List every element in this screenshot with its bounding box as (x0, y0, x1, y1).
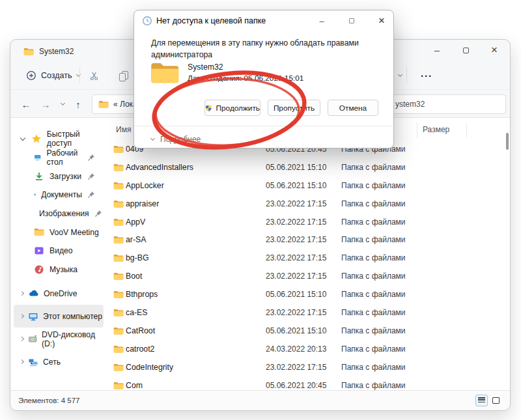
table-row[interactable]: CodeIntegrity23.02.2022 17:15Папка с фай… (107, 358, 505, 376)
up-button[interactable]: ↑ (70, 96, 86, 112)
navigation-pane: Быстрый доступ Рабочий стол (10, 118, 107, 390)
uac-shield-icon (205, 104, 212, 113)
back-arrow-icon: ← (21, 99, 31, 110)
file-name: ca-ES (126, 308, 148, 317)
folder-icon (98, 100, 109, 109)
column-header-size[interactable]: Размер (423, 125, 449, 134)
star-icon (31, 133, 42, 144)
details-label: Подробнее (160, 135, 201, 144)
table-row[interactable]: CatRoot05.06.2021 15:10Папка с файлами (107, 322, 505, 340)
sidebar-item-documents[interactable]: Документы (10, 186, 107, 204)
folder-icon (113, 163, 124, 172)
dvd-icon (28, 334, 37, 344)
file-name: ar-SA (126, 235, 146, 244)
sidebar-item-videos[interactable]: Видео (10, 242, 107, 260)
sidebar-item-desktop[interactable]: Рабочий стол (10, 148, 107, 167)
table-row[interactable]: AppLocker05.06.2021 15:10Папка с файлами (107, 176, 505, 195)
sidebar-item-quick-access[interactable]: Быстрый доступ (10, 130, 107, 148)
forward-button[interactable]: → (38, 96, 53, 112)
close-icon: × (378, 14, 385, 27)
explorer-tab[interactable]: System32 (18, 43, 79, 60)
sidebar-item-label: OneDrive (44, 289, 77, 298)
column-divider[interactable] (417, 123, 417, 137)
table-row[interactable]: ar-SA23.02.2022 17:15Папка с файлами (107, 231, 505, 249)
sidebar-item-pictures[interactable]: Изображения (10, 204, 107, 223)
table-row[interactable]: appraiser23.02.2022 17:15Папка с файлами (107, 195, 505, 213)
cancel-button-label: Отмена (339, 104, 367, 113)
sidebar-item-network[interactable]: Сеть (14, 350, 104, 373)
large-icons-view-button[interactable] (490, 395, 502, 406)
sidebar-item-dvd-drive[interactable]: DVD-дисковод (D:) (14, 328, 104, 350)
sidebar-item-label: Изображения (39, 209, 89, 218)
skip-button[interactable]: Пропустить (268, 100, 320, 116)
folder-icon (34, 228, 44, 236)
search-text: ystem32 (395, 100, 425, 109)
table-row[interactable]: Com05.06.2021 20:45Папка с файлами (107, 376, 505, 390)
new-button[interactable]: Создать (20, 66, 87, 85)
file-date: 23.02.2022 17:15 (266, 272, 326, 281)
file-type: Папка с файлами (341, 344, 406, 354)
file-type: Папка с файлами (341, 163, 406, 172)
dialog-minimize-button[interactable]: – (314, 12, 330, 30)
chevron-down-icon[interactable] (20, 135, 25, 141)
sidebar-item-this-pc[interactable]: Этот компьютер (14, 305, 104, 328)
maximize-button[interactable] (455, 40, 476, 60)
sidebar-item-label: Загрузки (49, 172, 81, 181)
table-row[interactable]: Bthprops05.06.2021 15:10Папка с файлами (107, 285, 505, 303)
sidebar-item-onedrive[interactable]: OneDrive (14, 282, 104, 305)
chevron-right-icon[interactable] (20, 291, 24, 296)
continue-button[interactable]: Продолжить (204, 100, 260, 116)
dialog-close-button[interactable]: × (374, 12, 389, 30)
scissors-icon (89, 71, 99, 81)
skip-button-label: Пропустить (274, 104, 315, 113)
table-row[interactable]: AppV23.02.2022 17:15Папка с файлами (107, 213, 505, 231)
table-row[interactable]: catroot224.03.2022 20:13Папка с файлами (107, 340, 505, 358)
chevron-right-icon[interactable] (20, 359, 24, 364)
file-name: CatRoot (126, 326, 155, 335)
vertical-scrollbar[interactable] (506, 133, 509, 150)
network-icon (28, 357, 38, 367)
file-date: 05.06.2021 15:10 (266, 290, 326, 299)
computer-icon (28, 311, 38, 322)
continue-button-label: Продолжить (216, 104, 260, 113)
minimize-button[interactable]: – (427, 40, 447, 60)
file-name: AppLocker (126, 181, 164, 190)
more-options-button[interactable]: ··· (415, 66, 438, 85)
sidebar-item-downloads[interactable]: Загрузки (10, 167, 107, 186)
table-row[interactable]: bg-BG23.02.2022 17:15Папка с файлами (107, 249, 505, 267)
column-divider[interactable] (466, 123, 467, 137)
table-row[interactable]: AdvancedInstallers05.06.2021 15:10Папка … (107, 158, 505, 176)
ellipsis-icon: ··· (421, 70, 432, 81)
minimize-icon: – (434, 45, 440, 55)
sidebar-item-label: Сеть (43, 357, 61, 367)
back-button[interactable]: ← (18, 96, 34, 112)
desktop-background: System32 – × Создать (0, 0, 521, 420)
chevron-right-icon[interactable] (20, 337, 24, 341)
dialog-title: Нет доступа к целевой папке (156, 10, 266, 31)
folder-icon (113, 145, 124, 154)
cut-button[interactable] (84, 66, 104, 85)
file-date: 23.02.2022 17:15 (266, 253, 326, 262)
toolbar-divider (79, 67, 80, 83)
close-button[interactable]: × (484, 40, 505, 60)
dialog-maximize-button[interactable] (344, 12, 359, 30)
sidebar-item-voov-meeting[interactable]: VooV Meeting (10, 223, 107, 242)
chevron-right-icon[interactable] (20, 314, 24, 318)
sidebar-item-label: DVD-дисковод (D:) (42, 330, 104, 348)
forward-arrow-icon: → (41, 99, 51, 110)
copy-icon (119, 71, 128, 81)
details-toggle[interactable]: Подробнее (151, 132, 201, 147)
cancel-button[interactable]: Отмена (328, 100, 378, 116)
file-type: Папка с файлами (341, 217, 406, 227)
details-view-button[interactable] (475, 395, 488, 406)
table-row[interactable]: Boot23.02.2022 17:15Папка с файлами (107, 267, 505, 285)
dialog-titlebar: Нет доступа к целевой папке – × (134, 10, 393, 31)
sidebar-item-music[interactable]: Музыка (10, 260, 107, 279)
copy-button[interactable] (113, 66, 133, 85)
dialog-divider (134, 126, 393, 126)
clock-icon (142, 16, 152, 26)
table-row[interactable]: ca-ES23.02.2022 17:15Папка с файлами (107, 303, 505, 322)
column-header-name[interactable]: Имя (116, 125, 131, 134)
folder-icon (113, 382, 124, 390)
recent-locations-button[interactable] (55, 96, 70, 112)
